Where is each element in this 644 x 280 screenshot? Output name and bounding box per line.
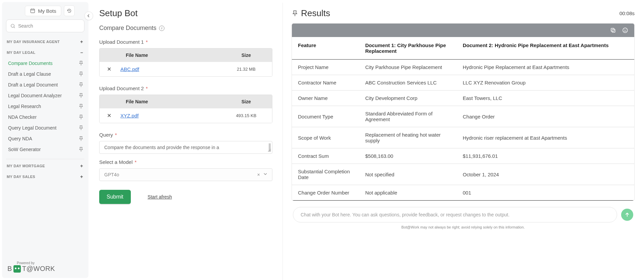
model-label: Select a Model: [99, 159, 132, 165]
section-header[interactable]: MY DAY SALES+: [5, 171, 86, 181]
sidebar-item[interactable]: Draft a Legal Document: [5, 79, 86, 90]
results-timer: 00:08s: [619, 10, 635, 16]
scrollbar[interactable]: [268, 142, 271, 153]
search-icon: [10, 24, 15, 29]
table-cell: Change Order Number: [292, 185, 359, 201]
required-marker: *: [135, 159, 137, 165]
feedback-sad-icon[interactable]: [622, 27, 628, 33]
query-textarea[interactable]: Compare the documents and provide the re…: [99, 141, 272, 154]
model-value: GPT4o: [104, 172, 119, 177]
tab-history[interactable]: [64, 5, 75, 16]
table-cell: $508,163.00: [359, 148, 457, 164]
pin-icon[interactable]: [78, 82, 84, 88]
table-cell: Scope of Work: [292, 127, 359, 148]
results-title: Results: [301, 8, 330, 19]
send-button[interactable]: [621, 209, 633, 221]
svg-line-5: [14, 27, 15, 28]
powered-by-label: Powered by: [17, 261, 83, 265]
table-cell: Not specified: [359, 164, 457, 185]
table-row: Change Order NumberNot applicable001: [292, 185, 634, 201]
pin-icon[interactable]: [78, 104, 84, 109]
section-header[interactable]: MY DAY INSURANCE AGENT+: [5, 36, 86, 46]
table-cell: Hydronic Pipe Replacement at East Apartm…: [457, 60, 634, 75]
pin-icon[interactable]: [78, 71, 84, 77]
sidebar-item[interactable]: Query Legal Document: [5, 123, 86, 133]
section-label: MY DAY INSURANCE AGENT: [7, 40, 60, 44]
collapse-sidebar-button[interactable]: [84, 11, 93, 20]
file-name-header: File Name: [126, 53, 228, 58]
chat-input[interactable]: Chat with your Bot here. You can ask que…: [293, 207, 617, 222]
svg-rect-7: [612, 29, 615, 32]
clear-icon[interactable]: ×: [257, 172, 260, 177]
disclaimer-text: Bot@Work may not always be right; avoid …: [292, 225, 635, 229]
table-cell: Hydronic riser replacement at East Apart…: [457, 127, 634, 148]
file-size-header: Size: [228, 53, 265, 58]
plus-icon[interactable]: +: [80, 39, 83, 44]
pin-icon[interactable]: [78, 125, 84, 131]
model-select[interactable]: GPT4o ×: [99, 168, 272, 181]
table-cell: City Development Corp: [359, 91, 457, 106]
plus-icon[interactable]: +: [80, 174, 83, 179]
sidebar-item[interactable]: NDA Checker: [5, 112, 86, 123]
table-cell: Contractor Name: [292, 75, 359, 91]
sidebar-item[interactable]: Draft a Legal Clause: [5, 69, 86, 79]
remove-file-button[interactable]: ✕: [107, 112, 120, 119]
powered-by: Powered by B T@WORK: [5, 255, 86, 275]
sidebar-item-label: Legal Document Analyzer: [8, 93, 62, 98]
copy-icon[interactable]: [610, 27, 616, 33]
chat-placeholder: Chat with your Bot here. You can ask que…: [301, 212, 509, 217]
sidebar-item[interactable]: Query NDA: [5, 133, 86, 144]
info-icon[interactable]: i: [159, 26, 164, 31]
table-row: Document TypeStandard Abbreviated Form o…: [292, 106, 634, 127]
file-row: ✕ XYZ.pdf 493.15 KB: [100, 108, 272, 123]
table-cell: Not applicable: [359, 185, 457, 201]
upload2-label: Upload Document 2: [99, 85, 144, 91]
table-cell: $11,931,676.01: [457, 148, 634, 164]
chevron-down-icon[interactable]: [263, 172, 267, 177]
table-row: Contract Sum$508,163.00$11,931,676.01: [292, 148, 634, 164]
setup-title: Setup Bot: [99, 8, 272, 19]
sidebar-item[interactable]: Legal Document Analyzer: [5, 90, 86, 101]
file-name-header: File Name: [126, 99, 228, 104]
file1-link[interactable]: ABC.pdf: [120, 66, 139, 72]
submit-button[interactable]: Submit: [99, 190, 131, 204]
table-cell: Contract Sum: [292, 148, 359, 164]
pin-icon[interactable]: [78, 147, 84, 152]
table-cell: Standard Abbreviated Form of Agreement: [359, 106, 457, 127]
file2-link[interactable]: XYZ.pdf: [120, 113, 139, 118]
svg-point-4: [11, 24, 14, 27]
minus-icon[interactable]: –: [80, 50, 83, 55]
section-header[interactable]: MY DAY LEGAL–: [5, 46, 86, 57]
sidebar-item[interactable]: SoW Generator: [5, 144, 86, 155]
section-header[interactable]: MY DAY MORTGAGE+: [5, 160, 86, 171]
table-header: Document 2: Hydronic Pipe Replacement at…: [457, 37, 634, 60]
pin-icon[interactable]: [78, 136, 84, 141]
sidebar-item[interactable]: Legal Research: [5, 101, 86, 112]
start-afresh-link[interactable]: Start afresh: [148, 194, 172, 200]
tab-my-bots-label: My Bots: [38, 8, 56, 14]
table-cell: Replacement of heating hot water supply: [359, 127, 457, 148]
sidebar-item-label: Legal Research: [8, 104, 41, 109]
required-marker: *: [115, 132, 117, 138]
table-row: Project NameCity Parkhouse Pipe Replacem…: [292, 60, 634, 75]
table-cell: October 1, 2024: [457, 164, 634, 185]
remove-file-button[interactable]: ✕: [107, 66, 120, 72]
file1-size: 21.32 MB: [228, 67, 265, 72]
pin-icon[interactable]: [292, 10, 298, 17]
table-cell: City Parkhouse Pipe Replacement: [359, 60, 457, 75]
search-placeholder: Search: [18, 23, 33, 29]
search-input[interactable]: Search: [6, 20, 84, 32]
section-label: MY DAY SALES: [7, 175, 35, 179]
pin-icon[interactable]: [78, 114, 84, 120]
query-value: Compare the documents and provide the re…: [104, 145, 219, 150]
table-cell: Change Order: [457, 106, 634, 127]
sidebar-item-label: Draft a Legal Document: [8, 82, 58, 88]
pin-icon[interactable]: [78, 93, 84, 98]
upload1-table: File Name Size ✕ ABC.pdf 21.32 MB: [99, 48, 272, 77]
svg-rect-0: [31, 9, 35, 13]
upload1-label: Upload Document 1: [99, 39, 144, 45]
tab-my-bots[interactable]: My Bots: [25, 6, 61, 16]
pin-icon[interactable]: [78, 61, 84, 66]
sidebar-item[interactable]: Compare Documents: [5, 58, 86, 69]
plus-icon[interactable]: +: [80, 163, 83, 169]
